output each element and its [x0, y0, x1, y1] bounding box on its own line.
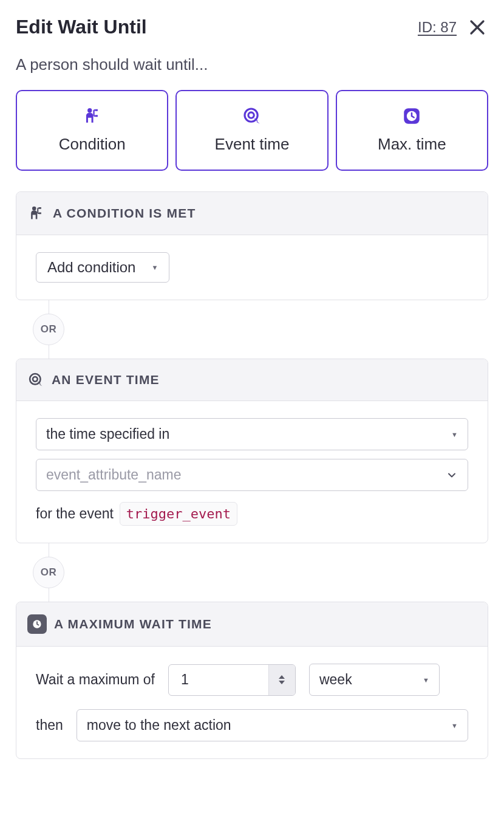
add-condition-dropdown[interactable]: Add condition ▼ [36, 252, 169, 283]
caret-down-icon: ▼ [151, 264, 158, 271]
close-icon [468, 18, 486, 36]
person-branch-icon [27, 204, 46, 222]
select-value: move to the next action [87, 717, 231, 734]
or-connector: OR [16, 543, 488, 602]
svg-point-2 [87, 108, 92, 112]
or-badge: OR [33, 557, 64, 588]
tab-label: Max. time [378, 135, 446, 154]
subtitle: A person should wait until... [16, 55, 488, 74]
max-time-section: A MAXIMUM WAIT TIME Wait a maximum of 1 … [16, 602, 488, 759]
event-time-section: AN EVENT TIME the time specified in ▼ ev… [16, 359, 488, 543]
for-event-label: for the event [36, 506, 114, 522]
condition-section: A CONDITION IS MET Add condition ▼ [16, 191, 488, 300]
event-name-chip: trigger_event [120, 502, 237, 526]
tab-label: Event time [215, 135, 290, 154]
caret-down-icon: ▼ [451, 722, 458, 729]
then-action-select[interactable]: move to the next action ▼ [77, 709, 468, 741]
tab-label: Condition [59, 135, 126, 154]
or-badge: OR [33, 314, 64, 345]
person-branch-icon [82, 106, 103, 126]
wait-amount-stepper[interactable]: 1 [168, 664, 296, 696]
tab-condition[interactable]: Condition [16, 90, 168, 171]
id-link[interactable]: ID: 87 [418, 19, 457, 36]
close-button[interactable] [466, 16, 488, 38]
combobox-placeholder: event_attribute_name [46, 467, 182, 483]
svg-marker-12 [279, 681, 285, 684]
cursor-target-icon [242, 106, 262, 126]
svg-point-4 [248, 112, 254, 118]
caret-down-icon: ▼ [423, 676, 429, 684]
select-value: the time specified in [46, 426, 169, 442]
or-connector: OR [16, 300, 488, 359]
page-title: Edit Wait Until [16, 16, 147, 38]
svg-marker-11 [279, 675, 285, 679]
event-time-mode-select[interactable]: the time specified in ▼ [36, 418, 468, 450]
svg-point-9 [33, 377, 38, 382]
svg-point-7 [32, 207, 36, 211]
chevron-down-icon [446, 469, 458, 481]
add-condition-label: Add condition [47, 259, 135, 276]
cursor-target-icon [27, 371, 44, 388]
tab-event-time[interactable]: Event time [175, 90, 328, 171]
stepper-icon [268, 665, 295, 695]
wait-max-label: Wait a maximum of [36, 672, 155, 688]
tab-max-time[interactable]: Max. time [336, 90, 488, 171]
wait-unit-select[interactable]: week ▼ [309, 664, 440, 696]
wait-amount-value: 1 [169, 665, 268, 695]
section-title: A CONDITION IS MET [53, 206, 196, 221]
event-attribute-combobox[interactable]: event_attribute_name [36, 459, 468, 491]
then-label: then [36, 717, 63, 734]
caret-down-icon: ▼ [451, 431, 458, 438]
clock-icon [27, 614, 47, 634]
section-title: A MAXIMUM WAIT TIME [54, 617, 212, 631]
clock-icon [401, 106, 422, 126]
section-title: AN EVENT TIME [52, 373, 160, 387]
select-value: week [319, 672, 352, 688]
